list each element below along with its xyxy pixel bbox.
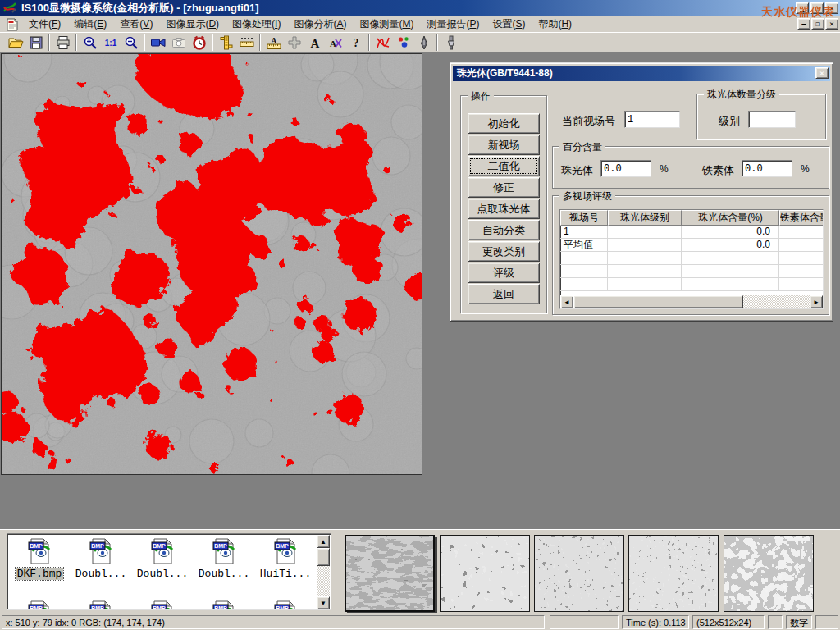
menu-item-7[interactable]: 图像测量(M) xyxy=(353,16,420,32)
ferrite-percent-input[interactable] xyxy=(742,160,792,177)
file-item-row2-4[interactable]: BMP xyxy=(194,600,253,610)
toolbar-separator xyxy=(259,34,261,51)
actual-size-icon[interactable]: 1:1 xyxy=(100,34,121,52)
scroll-down-icon[interactable]: ▼ xyxy=(317,596,330,609)
menu-item-8[interactable]: 测量报告(P) xyxy=(420,16,486,32)
menu-item-3[interactable]: 查看(V) xyxy=(113,16,159,32)
open-folder-icon[interactable] xyxy=(5,34,25,52)
file-list[interactable]: BMPDKF.bmp BMPDoubl... BMPDoubl... BMPDo… xyxy=(7,533,331,610)
grading-group-label: 珠光体数量分级 xyxy=(704,88,779,102)
menu-item-10[interactable]: 帮助(H) xyxy=(532,16,578,32)
restore-button[interactable]: ❐ xyxy=(810,2,824,14)
micro-thumbnail-3[interactable] xyxy=(534,535,624,612)
svg-text:BMP: BMP xyxy=(214,543,227,549)
clock-icon[interactable] xyxy=(189,34,209,52)
table-row[interactable]: 平均值0.0 xyxy=(560,239,823,252)
level-input[interactable] xyxy=(748,111,796,128)
mdi-close-button[interactable]: ✕ xyxy=(825,18,838,30)
ruler-text-icon[interactable]: A xyxy=(263,34,284,52)
op-button-2[interactable]: 新视场 xyxy=(468,135,540,155)
ruler-icon[interactable] xyxy=(236,34,257,52)
op-button-3[interactable]: 二值化 xyxy=(468,156,540,176)
table-row[interactable] xyxy=(560,278,823,291)
scroll-left-icon[interactable]: ◄ xyxy=(560,295,573,308)
scroll-up-icon[interactable]: ▲ xyxy=(317,535,330,548)
menu-item-4[interactable]: 图像显示(D) xyxy=(159,16,226,32)
menu-item-9[interactable]: 设置(S) xyxy=(486,16,532,32)
table-row[interactable]: 10.0 xyxy=(560,226,823,239)
mdi-minimize-button[interactable]: — xyxy=(797,18,810,30)
file-item-2[interactable]: BMPDoubl... xyxy=(71,537,130,580)
print-icon[interactable] xyxy=(52,34,73,52)
operations-group-label: 操作 xyxy=(468,89,494,103)
file-list-v-scrollbar[interactable]: ▲ ▼ xyxy=(317,535,330,609)
file-item-1[interactable]: BMPDKF.bmp xyxy=(10,537,69,580)
op-button-8[interactable]: 评级 xyxy=(468,262,540,283)
status-mode: 数字 xyxy=(786,615,812,629)
toolbar-separator xyxy=(368,34,370,51)
multifield-table[interactable]: 视场号珠光体级别珠光体含量(%)铁素体含量(%)10.0平均值0.0 ◄ ► xyxy=(559,209,824,309)
menu-bar: 文件(F)编辑(E)查看(V)图像显示(D)图像处理(I)图像分析(A)图像测量… xyxy=(0,16,840,32)
mdi-restore-button[interactable]: ❐ xyxy=(811,18,824,30)
op-button-4[interactable]: 修正 xyxy=(468,177,540,198)
table-header-2[interactable]: 珠光体级别 xyxy=(608,210,682,226)
bottom-panel: BMPDKF.bmp BMPDoubl... BMPDoubl... BMPDo… xyxy=(0,529,840,613)
zoom-out-icon[interactable] xyxy=(121,34,141,52)
file-item-4[interactable]: BMPDoubl... xyxy=(194,537,253,580)
pearlite-percent-input[interactable] xyxy=(600,160,651,177)
text-strike-icon[interactable]: A xyxy=(325,34,345,52)
close-button[interactable]: ✕ xyxy=(825,2,838,14)
video-camera-icon[interactable] xyxy=(148,34,168,52)
micro-thumbnail-5[interactable] xyxy=(724,535,814,612)
save-icon[interactable] xyxy=(25,34,46,52)
menu-item-5[interactable]: 图像处理(I) xyxy=(226,16,287,32)
op-button-1[interactable]: 初始化 xyxy=(468,113,540,134)
toolbar-separator xyxy=(75,34,77,51)
brush-icon[interactable] xyxy=(441,34,461,52)
op-button-9[interactable]: 返回 xyxy=(468,284,540,304)
micro-thumbnail-2[interactable] xyxy=(440,535,530,612)
pen-icon[interactable] xyxy=(413,34,434,52)
op-button-5[interactable]: 点取珠光体 xyxy=(468,199,540,219)
table-row[interactable] xyxy=(560,252,823,265)
current-field-label: 当前视场号 xyxy=(562,114,615,129)
op-button-7[interactable]: 更改类别 xyxy=(468,241,540,262)
table-h-scrollbar[interactable]: ◄ ► xyxy=(560,295,823,308)
menu-item-2[interactable]: 编辑(E) xyxy=(67,16,113,32)
svg-text:A: A xyxy=(310,37,319,50)
caliper-icon[interactable] xyxy=(216,34,236,52)
curve-tool-icon[interactable] xyxy=(372,34,393,52)
photo-camera-icon[interactable] xyxy=(168,34,189,52)
minimize-button[interactable]: _ xyxy=(796,2,809,14)
menu-item-1[interactable]: 文件(F) xyxy=(22,16,67,32)
svg-text:1:1: 1:1 xyxy=(104,39,116,48)
dialog-title: 珠光体(GB/T9441-88) xyxy=(457,66,553,80)
file-item-row2-1[interactable]: BMP xyxy=(10,600,69,610)
text-a-icon[interactable]: A xyxy=(304,34,325,52)
table-header-4[interactable]: 铁素体含量(%) xyxy=(779,210,824,226)
file-item-5[interactable]: BMPHuiTi... xyxy=(256,537,315,580)
micro-thumbnail-1[interactable] xyxy=(345,535,435,612)
menu-item-6[interactable]: 图像分析(A) xyxy=(287,16,353,32)
move-cross-icon[interactable] xyxy=(284,34,304,52)
status-bar: x: 510 y: 79 idx: 0 RGB: (174, 174, 174)… xyxy=(0,613,840,630)
svg-text:BMP: BMP xyxy=(153,605,166,610)
table-header-1[interactable]: 视场号 xyxy=(560,210,608,226)
micro-thumbnail-4[interactable] xyxy=(628,535,719,612)
micrograph-image[interactable] xyxy=(1,53,422,475)
table-header-3[interactable]: 珠光体含量(%) xyxy=(682,210,779,226)
current-field-input[interactable] xyxy=(624,111,680,128)
percent-group: 百分含量 珠光体 % 铁素体 % xyxy=(552,146,829,189)
dialog-title-bar[interactable]: 珠光体(GB/T9441-88) ✕ xyxy=(453,66,830,81)
file-item-row2-5[interactable]: BMP xyxy=(256,600,315,610)
file-item-row2-2[interactable]: BMP xyxy=(71,600,130,610)
help-icon[interactable]: ? xyxy=(345,34,366,52)
dialog-close-button[interactable]: ✕ xyxy=(815,67,829,79)
op-button-6[interactable]: 自动分类 xyxy=(468,220,540,240)
file-item-3[interactable]: BMPDoubl... xyxy=(133,537,192,580)
file-item-row2-3[interactable]: BMP xyxy=(133,600,192,610)
table-row[interactable] xyxy=(560,265,823,278)
scroll-right-icon[interactable]: ► xyxy=(810,295,823,308)
color-dots-icon[interactable] xyxy=(393,34,413,52)
zoom-in-icon[interactable] xyxy=(80,34,100,52)
